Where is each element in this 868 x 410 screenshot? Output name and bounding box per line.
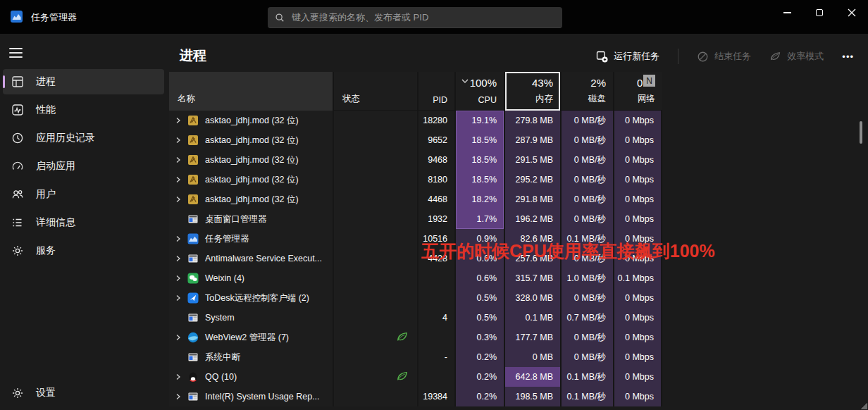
- process-name-cell[interactable]: asktao_jdhj.mod (32 位): [169, 130, 333, 150]
- expand-chevron-icon[interactable]: [175, 275, 187, 282]
- column-header-memory[interactable]: 43% 内存: [504, 72, 560, 111]
- sidebar-item-settings[interactable]: 设置: [3, 380, 164, 406]
- column-header-name[interactable]: 名称: [169, 72, 333, 111]
- table-row[interactable]: asktao_jdhj.mod (32 位)446818.2%291.8 MB0…: [169, 190, 662, 209]
- minimize-icon: [783, 12, 791, 13]
- column-header-disk[interactable]: 2% 磁盘: [560, 72, 613, 111]
- more-options-button[interactable]: •••: [842, 51, 854, 62]
- expand-chevron-icon[interactable]: [175, 373, 187, 380]
- table-row[interactable]: Weixin (4)0.6%315.7 MB1.0 MB/秒0.1 Mbps: [169, 268, 662, 288]
- network-cell: 0 Mbps: [613, 150, 662, 170]
- expand-chevron-icon[interactable]: [175, 334, 187, 341]
- sidebar-item-processes[interactable]: 进程: [3, 69, 164, 94]
- process-name-cell[interactable]: asktao_jdhj.mod (32 位): [169, 170, 333, 190]
- network-cell: 0 Mbps: [613, 130, 662, 150]
- process-name-cell[interactable]: WebView2 管理器 (7): [169, 328, 333, 347]
- status-cell: [333, 387, 417, 406]
- status-cell: [333, 150, 417, 170]
- sidebar-item-services[interactable]: 服务: [3, 238, 164, 263]
- process-name: System: [205, 313, 235, 323]
- cpu-column-label: CPU: [478, 95, 497, 105]
- sidebar-item-performance[interactable]: 性能: [3, 97, 164, 123]
- disk-column-label: 磁盘: [588, 93, 606, 105]
- status-cell: [333, 308, 417, 328]
- process-name-cell[interactable]: asktao_jdhj.mod (32 位): [169, 150, 333, 170]
- process-name-cell[interactable]: Intel(R) System Usage Rep...: [169, 387, 333, 406]
- disk-cell: 0 MB/秒: [560, 347, 613, 367]
- process-name-cell[interactable]: QQ (10): [169, 367, 333, 387]
- process-name-cell[interactable]: asktao_jdhj.mod (32 位): [169, 190, 333, 209]
- table-row[interactable]: asktao_jdhj.mod (32 位)1828019.1%279.8 MB…: [169, 111, 662, 130]
- network-cell: 0 Mbps: [613, 111, 662, 130]
- sidebar-item-users[interactable]: 用户: [3, 182, 164, 207]
- cpu-cell: 0.5%: [454, 308, 504, 328]
- sidebar-item-startup-apps[interactable]: 启动应用: [3, 154, 164, 179]
- expand-chevron-icon[interactable]: [175, 156, 187, 163]
- selected-accent-bar: [3, 75, 5, 88]
- minimize-button[interactable]: [771, 0, 803, 25]
- settings-gear-icon: [11, 387, 24, 399]
- sidebar-item-details[interactable]: 详细信息: [3, 210, 164, 235]
- expand-chevron-icon[interactable]: [175, 196, 187, 203]
- end-task-button[interactable]: 结束任务: [697, 50, 751, 63]
- pid-cell: [417, 288, 454, 308]
- expand-chevron-icon[interactable]: [175, 393, 187, 400]
- name-column-label: 名称: [178, 93, 195, 105]
- process-name-cell[interactable]: Antimalware Service Execut...: [169, 249, 333, 268]
- scrollbar-thumb[interactable]: [860, 121, 862, 144]
- expand-chevron-icon[interactable]: [175, 117, 187, 124]
- expand-chevron-icon[interactable]: [175, 294, 187, 302]
- run-new-task-button[interactable]: 运行新任务: [596, 50, 659, 63]
- maximize-button[interactable]: [803, 0, 836, 25]
- table-row[interactable]: System40.5%0.1 MB0.7 MB/秒0 Mbps: [169, 308, 662, 328]
- disk-cell: 0.1 MB/秒: [560, 387, 613, 406]
- column-header-network[interactable]: 0N 网络: [613, 72, 662, 111]
- process-name-cell[interactable]: Weixin (4): [169, 268, 333, 288]
- process-name: ToDesk远程控制客户端 (2): [205, 292, 309, 304]
- table-row[interactable]: ToDesk远程控制客户端 (2)0.5%328.0 MB0 MB/秒0 Mbp…: [169, 288, 662, 308]
- table-row[interactable]: 桌面窗口管理器19321.7%196.2 MB0 MB/秒0 Mbps: [169, 209, 662, 229]
- process-name-cell[interactable]: 任务管理器: [169, 229, 333, 249]
- process-name-cell[interactable]: System: [169, 308, 333, 328]
- process-name-cell[interactable]: ToDesk远程控制客户端 (2): [169, 288, 333, 308]
- sidebar-item-app-history[interactable]: 应用历史记录: [3, 125, 164, 151]
- expand-chevron-icon[interactable]: [175, 176, 187, 183]
- expand-chevron-icon[interactable]: [175, 235, 187, 242]
- memory-cell: 291.5 MB: [504, 150, 560, 170]
- window-process-icon: [187, 352, 199, 363]
- pid-cell: [417, 367, 454, 387]
- column-header-pid[interactable]: PID: [417, 72, 454, 111]
- process-name-cell[interactable]: 系统中断: [169, 347, 333, 367]
- asktao-process-icon: [187, 194, 199, 205]
- end-task-icon: [697, 51, 709, 63]
- table-row[interactable]: asktao_jdhj.mod (32 位)965218.5%287.9 MB0…: [169, 130, 662, 150]
- cpu-cell: 0.5%: [454, 288, 504, 308]
- table-row[interactable]: Intel(R) System Usage Rep...193840.2%198…: [169, 387, 662, 406]
- sidebar-item-label: 用户: [36, 188, 56, 201]
- process-name-cell[interactable]: asktao_jdhj.mod (32 位): [169, 111, 333, 130]
- maximize-icon: [816, 9, 823, 16]
- processes-icon: [11, 75, 24, 88]
- memory-cell: 295.2 MB: [504, 170, 560, 190]
- sidebar-item-label: 服务: [36, 244, 56, 257]
- sidebar: 进程性能应用历史记录启动应用用户详细信息服务 设置: [0, 34, 167, 410]
- table-row[interactable]: QQ (10)0.2%642.8 MB0.1 MB/秒0 Mbps: [169, 367, 662, 387]
- performance-icon: [11, 104, 24, 116]
- table-row[interactable]: asktao_jdhj.mod (32 位)818018.5%295.2 MB0…: [169, 170, 662, 190]
- search-input[interactable]: [292, 12, 555, 23]
- expand-chevron-icon[interactable]: [175, 137, 187, 144]
- search-box[interactable]: [268, 7, 562, 28]
- column-header-cpu[interactable]: 100% CPU: [454, 72, 504, 111]
- expand-chevron-icon[interactable]: [175, 255, 187, 262]
- table-row[interactable]: WebView2 管理器 (7)0.3%177.7 MB0 MB/秒0 Mbps: [169, 328, 662, 347]
- close-button[interactable]: [836, 0, 868, 25]
- resize-grip[interactable]: [860, 402, 867, 409]
- status-cell: [333, 170, 417, 190]
- process-name-cell[interactable]: 桌面窗口管理器: [169, 209, 333, 229]
- column-header-status[interactable]: 状态: [333, 72, 417, 111]
- menu-toggle-button[interactable]: [9, 48, 23, 58]
- table-row[interactable]: asktao_jdhj.mod (32 位)946818.5%291.5 MB0…: [169, 150, 662, 170]
- table-row[interactable]: 系统中断-0.2%0 MB0 MB/秒0 Mbps: [169, 347, 662, 367]
- process-name: 桌面窗口管理器: [205, 213, 267, 225]
- efficiency-mode-button[interactable]: 效率模式: [769, 50, 824, 63]
